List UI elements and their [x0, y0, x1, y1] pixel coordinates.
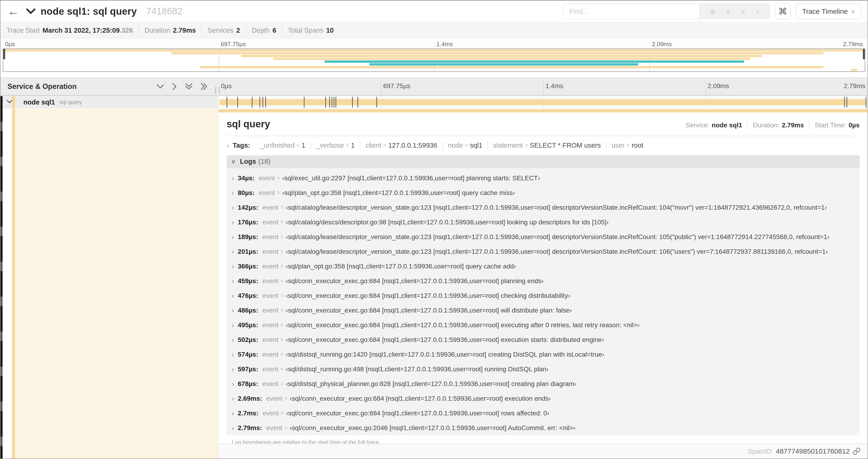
- log-entry[interactable]: › 80µs: event = ‹sql/plan_opt.go:358 [ns…: [226, 186, 860, 200]
- left-edge-scrollbar[interactable]: [0, 96, 3, 459]
- log-field-value: ‹sql/distsql_running.go:498 [nsql1,clien…: [286, 365, 549, 373]
- tags-row[interactable]: › Tags: _unfinished = 1 _verbose = 1: [226, 141, 860, 149]
- log-equals: =: [277, 190, 280, 196]
- log-entry[interactable]: › 2.79ms: event = ‹sql/conn_executor_exe…: [226, 421, 860, 435]
- log-entry[interactable]: › 201µs: event = ‹sql/catalog/lease/desc…: [226, 244, 860, 259]
- log-equals: =: [280, 219, 283, 225]
- minimap-right-scrubber-handle[interactable]: [863, 49, 865, 59]
- log-chevron-right-icon[interactable]: ›: [232, 218, 234, 226]
- log-tick[interactable]: [237, 97, 238, 107]
- log-chevron-right-icon[interactable]: ›: [232, 395, 234, 402]
- prev-result-icon[interactable]: ∧: [725, 8, 731, 15]
- log-entry[interactable]: › 597µs: event = ‹sql/distsql_running.go…: [226, 362, 860, 376]
- deep-link-icon[interactable]: [852, 447, 861, 455]
- find-input[interactable]: [564, 4, 700, 19]
- page-header: ← node sql1: sql query 7418682 ⊕ ∧ ∨ × ⌘: [0, 0, 868, 22]
- log-tick[interactable]: [332, 97, 332, 107]
- locate-icon[interactable]: ⊕: [710, 8, 716, 15]
- log-tick[interactable]: [376, 97, 377, 107]
- log-entry[interactable]: › 2.69ms: event = ‹sql/conn_executor_exe…: [226, 391, 860, 406]
- minimap-span: [3, 49, 865, 52]
- log-tick[interactable]: [352, 97, 353, 107]
- log-tick[interactable]: [325, 97, 326, 107]
- log-entry[interactable]: › 366µs: event = ‹sql/plan_opt.go:358 [n…: [226, 259, 860, 273]
- log-equals: =: [280, 234, 283, 240]
- log-entry[interactable]: › 495µs: event = ‹sql/conn_executor_exec…: [226, 318, 860, 332]
- log-entry[interactable]: › 2.7ms: event = ‹sql/conn_executor_exec…: [226, 406, 860, 421]
- log-entry[interactable]: › 189µs: event = ‹sql/catalog/lease/desc…: [226, 230, 860, 244]
- log-tick[interactable]: [844, 97, 845, 107]
- log-chevron-right-icon[interactable]: ›: [232, 277, 234, 285]
- log-entry[interactable]: › 142µs: event = ‹sql/catalog/lease/desc…: [226, 200, 860, 215]
- log-chevron-right-icon[interactable]: ›: [232, 365, 234, 373]
- logs-chevron-down-icon[interactable]: ∨: [231, 158, 236, 165]
- log-timestamp: 574µs:: [238, 351, 258, 358]
- clear-search-icon[interactable]: ×: [755, 8, 760, 15]
- back-button[interactable]: ←: [0, 5, 26, 18]
- tags-chevron-right-icon[interactable]: ›: [226, 141, 229, 149]
- log-chevron-right-icon[interactable]: ›: [232, 409, 234, 417]
- log-entry[interactable]: › 34µs: event = ‹sql/exec_util.go:2297 […: [226, 171, 860, 186]
- log-entry[interactable]: › 502µs: event = ‹sql/conn_executor_exec…: [226, 332, 860, 347]
- span-row-name-cell[interactable]: node sql1 sql query: [0, 96, 219, 109]
- log-chevron-right-icon[interactable]: ›: [232, 292, 234, 300]
- expand-one-icon[interactable]: [172, 83, 177, 90]
- log-chevron-right-icon[interactable]: ›: [232, 233, 234, 241]
- duration-value: 2.79ms: [173, 27, 196, 34]
- find-box: ⊕ ∧ ∨ ×: [563, 4, 770, 19]
- log-chevron-right-icon[interactable]: ›: [232, 336, 234, 344]
- log-chevron-right-icon[interactable]: ›: [232, 174, 234, 182]
- next-result-icon[interactable]: ∨: [740, 8, 746, 15]
- collapse-all-icon[interactable]: [185, 83, 192, 90]
- expand-all-icon[interactable]: [200, 83, 208, 90]
- logs-header[interactable]: ∨ Logs (18): [226, 155, 860, 168]
- log-chevron-right-icon[interactable]: ›: [232, 248, 234, 256]
- log-chevron-right-icon[interactable]: ›: [232, 204, 234, 211]
- log-tick[interactable]: [358, 97, 358, 107]
- log-field-value: ‹sql/conn_executor_exec.go:684 [nsql1,cl…: [286, 321, 640, 329]
- span-detail-card: sql query Service: node sql1 Duration: 2…: [219, 112, 868, 444]
- log-field-key: event: [262, 321, 279, 329]
- trace-view-selector-label: Trace Timeline: [802, 7, 848, 15]
- span-duration-bar[interactable]: [220, 99, 867, 105]
- log-chevron-right-icon[interactable]: ›: [232, 189, 234, 197]
- tag-equals: =: [465, 142, 468, 149]
- trace-minimap[interactable]: 0µs 697.75µs 1.4ms 2.09ms 2.79ms: [0, 39, 868, 73]
- minimap-span: [241, 55, 762, 57]
- span-row[interactable]: node sql1 sql query: [0, 96, 868, 109]
- log-entry[interactable]: › 459µs: event = ‹sql/conn_executor_exec…: [226, 273, 860, 288]
- log-chevron-right-icon[interactable]: ›: [232, 306, 234, 315]
- log-entry[interactable]: › 176µs: event = ‹sql/catalog/descs/desc…: [226, 215, 860, 230]
- span-collapse-chevron-down-icon[interactable]: [6, 100, 12, 105]
- log-chevron-right-icon[interactable]: ›: [232, 351, 234, 358]
- log-chevron-right-icon[interactable]: ›: [232, 262, 234, 270]
- log-chevron-right-icon[interactable]: ›: [232, 424, 234, 432]
- log-entry[interactable]: › 486µs: event = ‹sql/conn_executor_exec…: [226, 303, 860, 318]
- log-tick[interactable]: [336, 97, 336, 107]
- trace-title-chevron-down-icon[interactable]: [26, 8, 35, 14]
- collapse-one-icon[interactable]: [157, 84, 164, 89]
- log-tick[interactable]: [329, 97, 330, 107]
- log-tick[interactable]: [226, 97, 227, 107]
- tag-key: client: [365, 141, 381, 149]
- span-row-timeline-cell[interactable]: [219, 96, 868, 109]
- log-timestamp: 495µs:: [238, 321, 258, 329]
- log-tick[interactable]: [259, 97, 260, 107]
- log-chevron-right-icon[interactable]: ›: [232, 380, 234, 388]
- minimap-canvas[interactable]: [3, 48, 865, 72]
- log-tick[interactable]: [262, 97, 263, 107]
- log-tick[interactable]: [334, 97, 334, 107]
- log-entry[interactable]: › 476µs: event = ‹sql/conn_executor_exec…: [226, 288, 860, 303]
- log-tick[interactable]: [265, 97, 266, 107]
- log-tick[interactable]: [252, 97, 252, 107]
- log-tick[interactable]: [866, 97, 866, 107]
- keyboard-shortcuts-button[interactable]: ⌘: [775, 4, 790, 19]
- log-entry[interactable]: › 574µs: event = ‹sql/distsql_running.go…: [226, 347, 860, 362]
- log-entry[interactable]: › 678µs: event = ‹sql/distsql_physical_p…: [226, 376, 860, 391]
- minimap-left-scrubber-handle[interactable]: [3, 49, 5, 59]
- log-chevron-right-icon[interactable]: ›: [232, 321, 234, 329]
- log-tick[interactable]: [846, 97, 847, 107]
- trace-view-selector[interactable]: Trace Timeline ∨: [796, 4, 862, 19]
- command-icon: ⌘: [778, 6, 787, 17]
- log-tick[interactable]: [304, 97, 305, 107]
